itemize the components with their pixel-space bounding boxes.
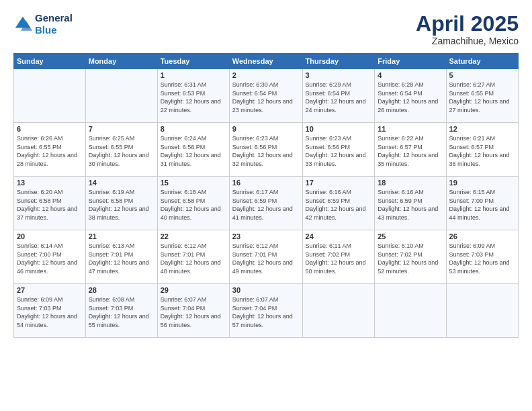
table-cell: 23 Sunrise: 6:12 AM Sunset: 7:01 PM Dayl… bbox=[229, 230, 302, 284]
day-info: Sunrise: 6:22 AM Sunset: 6:57 PM Dayligh… bbox=[378, 134, 443, 168]
sunrise-text: Sunrise: 6:29 AM bbox=[306, 81, 352, 88]
sunset-text: Sunset: 7:01 PM bbox=[161, 251, 206, 258]
sunset-text: Sunset: 7:04 PM bbox=[161, 305, 206, 312]
table-cell: 28 Sunrise: 6:08 AM Sunset: 7:03 PM Dayl… bbox=[85, 284, 157, 338]
day-number: 14 bbox=[89, 179, 154, 187]
day-info: Sunrise: 6:09 AM Sunset: 7:03 PM Dayligh… bbox=[449, 242, 515, 275]
sunset-text: Sunset: 6:57 PM bbox=[378, 144, 423, 150]
day-info: Sunrise: 6:21 AM Sunset: 6:57 PM Dayligh… bbox=[449, 134, 515, 168]
daylight-text: Daylight: 12 hours and 54 minutes. bbox=[17, 313, 77, 328]
logo-line2: Blue bbox=[35, 24, 57, 36]
table-cell: 18 Sunrise: 6:16 AM Sunset: 6:59 PM Dayl… bbox=[375, 177, 446, 230]
day-number: 29 bbox=[161, 286, 226, 294]
sunrise-text: Sunrise: 6:11 AM bbox=[306, 242, 352, 249]
daylight-text: Daylight: 12 hours and 42 minutes. bbox=[306, 205, 366, 221]
sunset-text: Sunset: 6:55 PM bbox=[89, 144, 134, 150]
sunset-text: Sunset: 6:58 PM bbox=[17, 197, 62, 204]
daylight-text: Daylight: 12 hours and 32 minutes. bbox=[232, 152, 293, 167]
day-number: 22 bbox=[161, 232, 226, 240]
logo-text: General Blue bbox=[35, 12, 73, 36]
day-info: Sunrise: 6:13 AM Sunset: 7:01 PM Dayligh… bbox=[89, 242, 154, 275]
header-friday: Friday bbox=[375, 54, 446, 69]
sunrise-text: Sunrise: 6:17 AM bbox=[232, 189, 279, 195]
sunset-text: Sunset: 6:58 PM bbox=[161, 197, 206, 204]
sunset-text: Sunset: 7:02 PM bbox=[306, 251, 351, 258]
sunset-text: Sunset: 7:04 PM bbox=[232, 305, 277, 312]
sunrise-text: Sunrise: 6:25 AM bbox=[89, 135, 135, 142]
day-number: 25 bbox=[378, 232, 443, 240]
day-info: Sunrise: 6:07 AM Sunset: 7:04 PM Dayligh… bbox=[232, 295, 300, 329]
table-cell: 2 Sunrise: 6:30 AM Sunset: 6:54 PM Dayli… bbox=[229, 69, 302, 123]
sunrise-text: Sunrise: 6:16 AM bbox=[378, 189, 424, 195]
day-number: 15 bbox=[161, 179, 226, 187]
daylight-text: Daylight: 12 hours and 52 minutes. bbox=[378, 259, 438, 275]
sunrise-text: Sunrise: 6:27 AM bbox=[449, 81, 496, 88]
day-number: 20 bbox=[17, 232, 83, 240]
table-cell: 7 Sunrise: 6:25 AM Sunset: 6:55 PM Dayli… bbox=[85, 123, 157, 177]
day-info: Sunrise: 6:24 AM Sunset: 6:56 PM Dayligh… bbox=[161, 134, 226, 168]
daylight-text: Daylight: 12 hours and 40 minutes. bbox=[161, 205, 221, 221]
daylight-text: Daylight: 12 hours and 23 minutes. bbox=[232, 98, 293, 113]
sunset-text: Sunset: 6:54 PM bbox=[378, 90, 423, 97]
title-area: April 2025 Zamachihue, Mexico bbox=[416, 12, 519, 46]
day-info: Sunrise: 6:12 AM Sunset: 7:01 PM Dayligh… bbox=[232, 242, 300, 275]
sunrise-text: Sunrise: 6:19 AM bbox=[89, 189, 135, 195]
month-title: April 2025 bbox=[416, 12, 519, 36]
day-info: Sunrise: 6:16 AM Sunset: 6:59 PM Dayligh… bbox=[378, 188, 443, 222]
sunrise-text: Sunrise: 6:09 AM bbox=[17, 296, 63, 303]
sunrise-text: Sunrise: 6:31 AM bbox=[161, 81, 207, 88]
table-cell: 3 Sunrise: 6:29 AM Sunset: 6:54 PM Dayli… bbox=[302, 69, 375, 123]
day-number: 8 bbox=[161, 125, 226, 133]
week-row-3: 13 Sunrise: 6:20 AM Sunset: 6:58 PM Dayl… bbox=[14, 177, 519, 230]
week-row-2: 6 Sunrise: 6:26 AM Sunset: 6:55 PM Dayli… bbox=[14, 123, 519, 177]
day-number: 30 bbox=[232, 286, 300, 294]
table-cell: 1 Sunrise: 6:31 AM Sunset: 6:53 PM Dayli… bbox=[157, 69, 229, 123]
daylight-text: Daylight: 12 hours and 28 minutes. bbox=[17, 152, 77, 167]
logo-icon bbox=[13, 15, 32, 34]
table-cell: 29 Sunrise: 6:07 AM Sunset: 7:04 PM Dayl… bbox=[157, 284, 229, 338]
sunset-text: Sunset: 7:03 PM bbox=[89, 305, 134, 312]
table-cell: 17 Sunrise: 6:16 AM Sunset: 6:59 PM Dayl… bbox=[302, 177, 375, 230]
day-info: Sunrise: 6:14 AM Sunset: 7:00 PM Dayligh… bbox=[17, 242, 83, 275]
sunset-text: Sunset: 6:56 PM bbox=[161, 144, 206, 150]
table-cell: 25 Sunrise: 6:10 AM Sunset: 7:02 PM Dayl… bbox=[375, 230, 446, 284]
weekday-header-row: Sunday Monday Tuesday Wednesday Thursday… bbox=[14, 54, 519, 69]
day-info: Sunrise: 6:10 AM Sunset: 7:02 PM Dayligh… bbox=[378, 242, 443, 275]
daylight-text: Daylight: 12 hours and 31 minutes. bbox=[161, 152, 221, 167]
sunrise-text: Sunrise: 6:07 AM bbox=[161, 296, 207, 303]
sunrise-text: Sunrise: 6:18 AM bbox=[161, 189, 207, 195]
day-number: 13 bbox=[17, 179, 83, 187]
day-info: Sunrise: 6:12 AM Sunset: 7:01 PM Dayligh… bbox=[161, 242, 226, 275]
week-row-4: 20 Sunrise: 6:14 AM Sunset: 7:00 PM Dayl… bbox=[14, 230, 519, 284]
table-cell: 6 Sunrise: 6:26 AM Sunset: 6:55 PM Dayli… bbox=[14, 123, 86, 177]
sunset-text: Sunset: 6:56 PM bbox=[306, 144, 351, 150]
sunset-text: Sunset: 6:59 PM bbox=[306, 197, 351, 204]
sunset-text: Sunset: 7:00 PM bbox=[449, 197, 494, 204]
sunset-text: Sunset: 7:03 PM bbox=[449, 251, 494, 258]
header-sunday: Sunday bbox=[14, 54, 86, 69]
day-info: Sunrise: 6:23 AM Sunset: 6:56 PM Dayligh… bbox=[232, 134, 300, 168]
day-info: Sunrise: 6:11 AM Sunset: 7:02 PM Dayligh… bbox=[306, 242, 372, 275]
sunrise-text: Sunrise: 6:14 AM bbox=[17, 242, 63, 249]
sunset-text: Sunset: 7:00 PM bbox=[17, 251, 62, 258]
table-cell: 12 Sunrise: 6:21 AM Sunset: 6:57 PM Dayl… bbox=[446, 123, 518, 177]
location-subtitle: Zamachihue, Mexico bbox=[416, 36, 519, 46]
table-cell: 10 Sunrise: 6:23 AM Sunset: 6:56 PM Dayl… bbox=[302, 123, 375, 177]
day-info: Sunrise: 6:09 AM Sunset: 7:03 PM Dayligh… bbox=[17, 295, 83, 329]
day-number: 9 bbox=[232, 125, 300, 133]
sunrise-text: Sunrise: 6:22 AM bbox=[378, 135, 424, 142]
day-info: Sunrise: 6:25 AM Sunset: 6:55 PM Dayligh… bbox=[89, 134, 154, 168]
sunset-text: Sunset: 6:53 PM bbox=[161, 90, 206, 97]
sunrise-text: Sunrise: 6:07 AM bbox=[232, 296, 279, 303]
daylight-text: Daylight: 12 hours and 43 minutes. bbox=[378, 205, 438, 221]
table-cell bbox=[446, 284, 518, 338]
day-info: Sunrise: 6:17 AM Sunset: 6:59 PM Dayligh… bbox=[232, 188, 300, 222]
logo: General Blue bbox=[13, 12, 73, 36]
daylight-text: Daylight: 12 hours and 55 minutes. bbox=[89, 313, 149, 328]
day-info: Sunrise: 6:26 AM Sunset: 6:55 PM Dayligh… bbox=[17, 134, 83, 168]
table-cell: 26 Sunrise: 6:09 AM Sunset: 7:03 PM Dayl… bbox=[446, 230, 518, 284]
sunrise-text: Sunrise: 6:12 AM bbox=[232, 242, 279, 249]
sunset-text: Sunset: 6:59 PM bbox=[232, 197, 277, 204]
calendar-table: Sunday Monday Tuesday Wednesday Thursday… bbox=[13, 53, 519, 338]
sunrise-text: Sunrise: 6:23 AM bbox=[232, 135, 279, 142]
